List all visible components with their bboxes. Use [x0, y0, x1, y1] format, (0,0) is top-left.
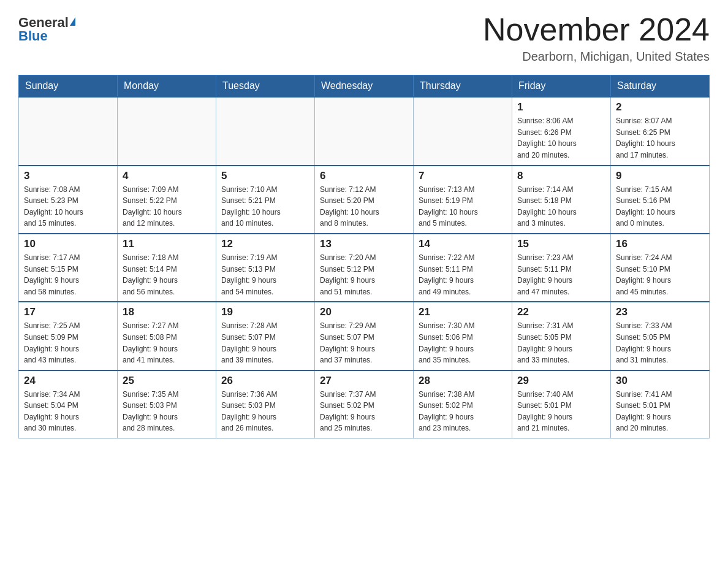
day-info: Sunrise: 7:15 AMSunset: 5:16 PMDaylight:…	[616, 184, 704, 229]
day-cell-4-0: 24Sunrise: 7:34 AMSunset: 5:04 PMDayligh…	[19, 370, 118, 439]
day-number: 17	[24, 306, 112, 318]
day-number: 10	[24, 238, 112, 250]
logo-triangle-icon	[70, 17, 75, 26]
header-thursday: Thursday	[414, 75, 512, 98]
day-cell-4-5: 29Sunrise: 7:40 AMSunset: 5:01 PMDayligh…	[512, 370, 611, 439]
day-number: 19	[221, 306, 309, 318]
logo: General Blue	[18, 12, 75, 43]
day-cell-4-2: 26Sunrise: 7:36 AMSunset: 5:03 PMDayligh…	[216, 370, 315, 439]
day-cell-0-5: 1Sunrise: 8:06 AMSunset: 6:26 PMDaylight…	[512, 97, 611, 165]
day-cell-4-4: 28Sunrise: 7:38 AMSunset: 5:02 PMDayligh…	[414, 370, 512, 439]
day-cell-2-2: 12Sunrise: 7:19 AMSunset: 5:13 PMDayligh…	[216, 234, 315, 302]
day-info: Sunrise: 7:22 AMSunset: 5:11 PMDaylight:…	[419, 252, 507, 297]
day-cell-1-0: 3Sunrise: 7:08 AMSunset: 5:23 PMDaylight…	[19, 166, 118, 234]
day-info: Sunrise: 7:31 AMSunset: 5:05 PMDaylight:…	[517, 320, 605, 366]
day-cell-3-1: 18Sunrise: 7:27 AMSunset: 5:08 PMDayligh…	[118, 302, 216, 370]
header-sunday: Sunday	[19, 75, 118, 98]
day-info: Sunrise: 7:40 AMSunset: 5:01 PMDaylight:…	[517, 389, 605, 434]
day-cell-1-4: 7Sunrise: 7:13 AMSunset: 5:19 PMDaylight…	[414, 166, 512, 234]
day-info: Sunrise: 7:12 AMSunset: 5:20 PMDaylight:…	[320, 184, 408, 229]
day-cell-1-1: 4Sunrise: 7:09 AMSunset: 5:22 PMDaylight…	[118, 166, 216, 234]
day-info: Sunrise: 7:30 AMSunset: 5:06 PMDaylight:…	[419, 320, 507, 366]
day-info: Sunrise: 7:09 AMSunset: 5:22 PMDaylight:…	[123, 184, 211, 229]
day-number: 23	[616, 306, 704, 318]
day-info: Sunrise: 7:34 AMSunset: 5:04 PMDaylight:…	[24, 389, 112, 434]
day-info: Sunrise: 7:25 AMSunset: 5:09 PMDaylight:…	[24, 320, 112, 366]
week-row-2: 3Sunrise: 7:08 AMSunset: 5:23 PMDaylight…	[19, 166, 710, 234]
day-info: Sunrise: 7:38 AMSunset: 5:02 PMDaylight:…	[419, 389, 507, 434]
calendar-table: Sunday Monday Tuesday Wednesday Thursday…	[18, 75, 710, 439]
logo-blue: Blue	[18, 29, 48, 43]
month-title: November 2024	[483, 12, 710, 47]
day-cell-0-6: 2Sunrise: 8:07 AMSunset: 6:25 PMDaylight…	[611, 97, 710, 165]
day-cell-1-2: 5Sunrise: 7:10 AMSunset: 5:21 PMDaylight…	[216, 166, 315, 234]
day-info: Sunrise: 7:14 AMSunset: 5:18 PMDaylight:…	[517, 184, 605, 229]
weekday-header-row: Sunday Monday Tuesday Wednesday Thursday…	[19, 75, 710, 98]
day-cell-2-4: 14Sunrise: 7:22 AMSunset: 5:11 PMDayligh…	[414, 234, 512, 302]
day-number: 7	[419, 170, 507, 182]
day-info: Sunrise: 7:33 AMSunset: 5:05 PMDaylight:…	[616, 320, 704, 366]
day-number: 8	[517, 170, 605, 182]
header-friday: Friday	[512, 75, 611, 98]
location-subtitle: Dearborn, Michigan, United States	[483, 50, 710, 64]
day-cell-4-1: 25Sunrise: 7:35 AMSunset: 5:03 PMDayligh…	[118, 370, 216, 439]
day-number: 13	[320, 238, 408, 250]
day-info: Sunrise: 7:19 AMSunset: 5:13 PMDaylight:…	[221, 252, 309, 297]
day-info: Sunrise: 7:20 AMSunset: 5:12 PMDaylight:…	[320, 252, 408, 297]
day-cell-1-3: 6Sunrise: 7:12 AMSunset: 5:20 PMDaylight…	[315, 166, 414, 234]
day-info: Sunrise: 7:35 AMSunset: 5:03 PMDaylight:…	[123, 389, 211, 434]
day-info: Sunrise: 8:06 AMSunset: 6:26 PMDaylight:…	[517, 115, 605, 161]
day-info: Sunrise: 7:08 AMSunset: 5:23 PMDaylight:…	[24, 184, 112, 229]
day-number: 21	[419, 306, 507, 318]
day-number: 22	[517, 306, 605, 318]
day-info: Sunrise: 7:10 AMSunset: 5:21 PMDaylight:…	[221, 184, 309, 229]
day-cell-3-4: 21Sunrise: 7:30 AMSunset: 5:06 PMDayligh…	[414, 302, 512, 370]
day-cell-1-5: 8Sunrise: 7:14 AMSunset: 5:18 PMDaylight…	[512, 166, 611, 234]
day-cell-3-5: 22Sunrise: 7:31 AMSunset: 5:05 PMDayligh…	[512, 302, 611, 370]
day-cell-4-6: 30Sunrise: 7:41 AMSunset: 5:01 PMDayligh…	[611, 370, 710, 439]
day-info: Sunrise: 7:24 AMSunset: 5:10 PMDaylight:…	[616, 252, 704, 297]
day-number: 20	[320, 306, 408, 318]
day-number: 12	[221, 238, 309, 250]
day-number: 28	[419, 375, 507, 387]
day-number: 4	[123, 170, 211, 182]
day-cell-0-3	[315, 97, 414, 165]
week-row-4: 17Sunrise: 7:25 AMSunset: 5:09 PMDayligh…	[19, 302, 710, 370]
day-number: 25	[123, 375, 211, 387]
day-number: 5	[221, 170, 309, 182]
day-cell-3-6: 23Sunrise: 7:33 AMSunset: 5:05 PMDayligh…	[611, 302, 710, 370]
day-number: 26	[221, 375, 309, 387]
day-info: Sunrise: 8:07 AMSunset: 6:25 PMDaylight:…	[616, 115, 704, 161]
day-cell-0-1	[118, 97, 216, 165]
header-saturday: Saturday	[611, 75, 710, 98]
header-wednesday: Wednesday	[315, 75, 414, 98]
day-number: 27	[320, 375, 408, 387]
week-row-1: 1Sunrise: 8:06 AMSunset: 6:26 PMDaylight…	[19, 97, 710, 165]
title-area: November 2024 Dearborn, Michigan, United…	[483, 12, 710, 64]
day-cell-0-0	[19, 97, 118, 165]
day-cell-4-3: 27Sunrise: 7:37 AMSunset: 5:02 PMDayligh…	[315, 370, 414, 439]
day-number: 2	[616, 101, 704, 113]
day-info: Sunrise: 7:29 AMSunset: 5:07 PMDaylight:…	[320, 320, 408, 366]
day-number: 24	[24, 375, 112, 387]
day-number: 11	[123, 238, 211, 250]
day-cell-3-2: 19Sunrise: 7:28 AMSunset: 5:07 PMDayligh…	[216, 302, 315, 370]
day-cell-2-6: 16Sunrise: 7:24 AMSunset: 5:10 PMDayligh…	[611, 234, 710, 302]
day-info: Sunrise: 7:17 AMSunset: 5:15 PMDaylight:…	[24, 252, 112, 297]
week-row-3: 10Sunrise: 7:17 AMSunset: 5:15 PMDayligh…	[19, 234, 710, 302]
day-cell-3-3: 20Sunrise: 7:29 AMSunset: 5:07 PMDayligh…	[315, 302, 414, 370]
day-info: Sunrise: 7:36 AMSunset: 5:03 PMDaylight:…	[221, 389, 309, 434]
header: General Blue November 2024 Dearborn, Mic…	[18, 12, 710, 64]
header-monday: Monday	[118, 75, 216, 98]
day-number: 6	[320, 170, 408, 182]
day-info: Sunrise: 7:28 AMSunset: 5:07 PMDaylight:…	[221, 320, 309, 366]
day-number: 9	[616, 170, 704, 182]
day-number: 14	[419, 238, 507, 250]
day-number: 1	[517, 101, 605, 113]
day-info: Sunrise: 7:27 AMSunset: 5:08 PMDaylight:…	[123, 320, 211, 366]
day-number: 29	[517, 375, 605, 387]
day-info: Sunrise: 7:37 AMSunset: 5:02 PMDaylight:…	[320, 389, 408, 434]
day-number: 16	[616, 238, 704, 250]
day-number: 3	[24, 170, 112, 182]
day-info: Sunrise: 7:13 AMSunset: 5:19 PMDaylight:…	[419, 184, 507, 229]
